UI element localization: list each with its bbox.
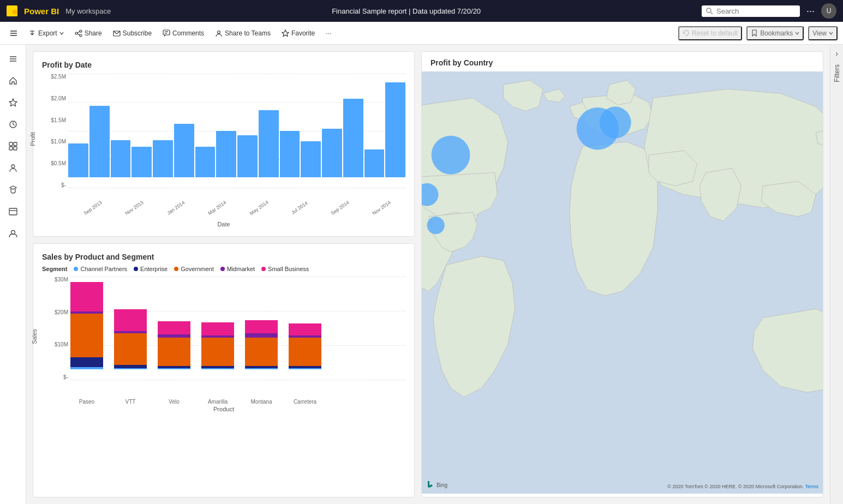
svg-rect-27 xyxy=(9,147,13,150)
subscribe-icon xyxy=(113,29,121,37)
charts-left: Profit by Date Profit $2.5M $2.0M xyxy=(33,51,415,497)
sidebar-icon-learn[interactable] xyxy=(3,180,23,200)
bing-icon xyxy=(426,481,435,489)
profit-x-axis-label: Date xyxy=(42,221,405,227)
svg-point-29 xyxy=(11,165,15,168)
svg-rect-26 xyxy=(14,142,17,146)
profit-by-country-title: Profit by Country xyxy=(422,52,823,71)
sidebar-icon-apps[interactable] xyxy=(3,136,23,156)
sales-x-labels: PaseoVTTVeloAmarillaMontanaCarretera xyxy=(42,397,405,405)
profit-bar[interactable] xyxy=(153,140,173,177)
svg-line-12 xyxy=(77,32,80,33)
sales-bar[interactable] xyxy=(70,282,103,369)
profit-bar[interactable] xyxy=(385,82,405,177)
content-area: Profit by Date Profit $2.5M $2.0M xyxy=(26,45,830,504)
legend-midmarket: Midmarket xyxy=(220,266,255,272)
terms-link[interactable]: Terms xyxy=(805,484,819,489)
collapse-filters-button[interactable]: › xyxy=(835,49,838,58)
segment-label: Segment xyxy=(42,266,67,272)
profit-bar[interactable] xyxy=(301,141,321,177)
profit-bar[interactable] xyxy=(111,140,131,177)
teams-icon xyxy=(215,29,223,37)
sales-bar[interactable] xyxy=(245,320,278,369)
legend-enterprise: Enterprise xyxy=(134,266,168,272)
legend-small-business: Small Business xyxy=(261,266,309,272)
share-teams-button[interactable]: Share to Teams xyxy=(211,27,275,39)
more-options-button[interactable]: ··· xyxy=(806,5,815,17)
svg-point-11 xyxy=(80,34,82,37)
svg-point-9 xyxy=(80,30,82,32)
profit-bar[interactable] xyxy=(195,147,216,177)
legend-channel-partners: Channel Partners xyxy=(74,266,127,272)
filters-label[interactable]: Filters xyxy=(833,64,841,82)
sidebar-icon-menu[interactable] xyxy=(3,49,23,69)
sales-bars-container xyxy=(42,277,405,386)
view-button[interactable]: View xyxy=(808,26,838,40)
profit-bar[interactable] xyxy=(280,131,300,177)
profit-bar[interactable] xyxy=(259,110,279,177)
profit-bar[interactable] xyxy=(364,149,385,177)
bing-label: Bing xyxy=(437,482,447,488)
sales-x-label: VTT xyxy=(114,399,147,405)
sales-x-label: Carretera xyxy=(289,399,321,405)
hamburger-button[interactable] xyxy=(5,27,22,39)
svg-marker-23 xyxy=(9,99,17,106)
profit-bar[interactable] xyxy=(322,129,342,177)
hamburger-icon xyxy=(10,29,17,37)
profit-bar[interactable] xyxy=(68,143,88,177)
comments-button[interactable]: Comments xyxy=(158,27,208,39)
search-input[interactable] xyxy=(716,7,787,15)
favorite-button[interactable]: Favorite xyxy=(277,27,319,39)
view-chevron-icon xyxy=(829,31,833,35)
profit-y-axis-label: Profit xyxy=(29,132,36,146)
svg-rect-25 xyxy=(9,142,13,146)
export-button[interactable]: Export xyxy=(24,27,68,39)
top-navigation: Power BI My workspace Financial Sample r… xyxy=(0,0,843,22)
sales-bar[interactable] xyxy=(201,322,234,369)
sales-bar[interactable] xyxy=(114,309,147,369)
france-bubble xyxy=(577,107,619,149)
app-icon xyxy=(7,5,17,16)
subscribe-button[interactable]: Subscribe xyxy=(109,27,156,39)
reset-icon xyxy=(683,29,690,37)
sales-bar[interactable] xyxy=(158,321,190,369)
search-box[interactable] xyxy=(702,5,800,17)
more-toolbar-button[interactable]: ··· xyxy=(321,27,336,39)
export-chevron-icon xyxy=(59,31,64,35)
profit-by-date-panel: Profit by Date Profit $2.5M $2.0M xyxy=(33,51,415,237)
sidebar-icon-home[interactable] xyxy=(3,71,23,91)
profit-bar[interactable] xyxy=(216,131,236,177)
comments-icon xyxy=(163,29,170,37)
profit-by-country-panel: Profit by Country xyxy=(421,51,823,497)
svg-point-10 xyxy=(75,32,77,34)
svg-rect-0 xyxy=(8,8,12,14)
avatar[interactable]: U xyxy=(821,3,836,19)
profit-x-labels: Sep 2013 Nov 2013 Jan 2014 Mar 2014 May … xyxy=(42,206,405,211)
sales-bar[interactable] xyxy=(289,323,321,369)
sales-x-label: Montana xyxy=(245,399,278,405)
reset-default-button[interactable]: Reset to default xyxy=(678,26,742,40)
search-icon xyxy=(706,8,713,15)
bookmarks-icon xyxy=(751,29,758,37)
bookmarks-button[interactable]: Bookmarks xyxy=(746,26,804,40)
sidebar-icon-workspaces[interactable] xyxy=(3,202,23,221)
sales-by-product-title: Sales by Product and Segment xyxy=(42,253,405,261)
profit-by-date-title: Profit by Date xyxy=(42,61,405,69)
profit-bar[interactable] xyxy=(237,135,258,177)
sidebar-icon-profile[interactable] xyxy=(3,224,23,243)
world-map-svg xyxy=(422,71,823,494)
svg-rect-1 xyxy=(13,10,17,14)
sales-x-label: Amarilla xyxy=(201,399,234,405)
sidebar-icon-favorites[interactable] xyxy=(3,93,23,112)
share-button[interactable]: Share xyxy=(70,27,106,39)
workspace-label[interactable]: My workspace xyxy=(65,7,111,15)
svg-point-2 xyxy=(707,8,711,13)
sidebar-icon-shared[interactable] xyxy=(3,158,23,178)
sidebar-icon-recent[interactable] xyxy=(3,115,23,134)
profit-bars-container xyxy=(42,74,405,194)
profit-bar[interactable] xyxy=(343,99,363,177)
profit-bar[interactable] xyxy=(89,106,110,177)
export-icon xyxy=(28,29,36,37)
profit-bar[interactable] xyxy=(174,124,194,177)
profit-bar[interactable] xyxy=(131,147,152,177)
